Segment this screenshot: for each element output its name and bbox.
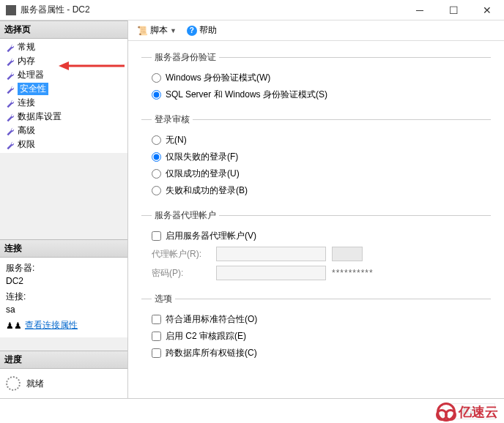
auth-mixed-label: SQL Server 和 Windows 身份验证模式(S) [166, 89, 327, 101]
enable-proxy-checkbox[interactable] [152, 231, 161, 241]
auth-mixed-radio[interactable] [152, 90, 161, 100]
wrench-icon [4, 112, 15, 122]
nav-label: 安全性 [18, 83, 48, 95]
proxy-browse-button [332, 247, 363, 261]
auth-windows-label: Windows 身份验证模式(W) [166, 72, 270, 84]
c2-audit-checkbox[interactable] [152, 332, 161, 341]
select-page-header: 选择页 [0, 20, 127, 39]
common-criteria-checkbox[interactable] [152, 315, 161, 324]
watermark-icon [437, 403, 456, 422]
audit-both-radio[interactable] [152, 186, 161, 195]
server-auth-group: 服务器身份验证 Windows 身份验证模式(W) SQL Server 和 W… [141, 51, 491, 106]
watermark: 亿速云 [434, 401, 501, 423]
nav-label: 处理器 [18, 69, 44, 81]
conn-value: sa [6, 304, 122, 315]
nav-general[interactable]: 常规 [0, 40, 127, 54]
page-list: 常规 内存 处理器 安全性 连接 数据库设置 高级 权限 [0, 39, 127, 153]
options-legend: 选项 [152, 293, 175, 305]
wrench-icon [4, 84, 15, 94]
progress-status: 就绪 [26, 378, 44, 390]
script-icon: 📜 [137, 26, 148, 36]
connection-header: 连接 [0, 239, 127, 258]
cross-db-checkbox[interactable] [152, 348, 161, 358]
watermark-text: 亿速云 [459, 403, 498, 421]
connection-info: 服务器: DC2 连接: sa ♟♟ 查看连接属性 [0, 258, 127, 337]
c2-audit-label: 启用 C2 审核跟踪(E) [166, 330, 246, 342]
nav-label: 数据库设置 [18, 111, 62, 123]
view-connection-properties-link[interactable]: 查看连接属性 [25, 319, 78, 332]
proxy-account-input [216, 247, 326, 261]
audit-none-label: 无(N) [166, 134, 187, 146]
nav-permissions[interactable]: 权限 [0, 138, 127, 151]
nav-label: 连接 [18, 97, 35, 109]
conn-label: 连接: [6, 291, 122, 303]
script-button[interactable]: 📜 脚本 ▼ [134, 23, 179, 38]
close-button[interactable]: ✕ [470, 0, 504, 20]
connection-icon: ♟♟ [6, 321, 22, 331]
server-auth-legend: 服务器身份验证 [152, 51, 219, 64]
audit-failed-label: 仅限失败的登录(F) [166, 151, 238, 163]
proxy-account-group: 服务器代理帐户 启用服务器代理帐户(V) 代理帐户(R): 密码(P): ***… [141, 209, 491, 285]
common-criteria-label: 符合通用标准符合性(O) [166, 313, 257, 326]
nav-label: 权限 [18, 138, 35, 151]
audit-both-label: 失败和成功的登录(B) [166, 184, 248, 197]
titlebar: 服务器属性 - DC2 ─ ☐ ✕ [0, 0, 504, 20]
audit-failed-radio[interactable] [152, 152, 161, 162]
help-icon: ? [187, 26, 197, 36]
login-audit-group: 登录审核 无(N) 仅限失败的登录(F) 仅限成功的登录(U) 失败和成功的登录… [141, 113, 491, 202]
login-audit-legend: 登录审核 [152, 113, 193, 126]
help-label: 帮助 [199, 24, 217, 37]
nav-memory[interactable]: 内存 [0, 54, 127, 68]
app-icon [6, 5, 16, 15]
maximize-button[interactable]: ☐ [437, 0, 470, 20]
proxy-password-input [216, 266, 326, 280]
server-value: DC2 [6, 276, 122, 286]
nav-processor[interactable]: 处理器 [0, 68, 127, 82]
wrench-icon [4, 70, 15, 81]
wrench-icon [4, 98, 15, 108]
progress-block: 就绪 [0, 369, 127, 398]
minimize-button[interactable]: ─ [403, 0, 437, 20]
audit-none-radio[interactable] [152, 135, 161, 145]
audit-success-label: 仅限成功的登录(U) [166, 168, 240, 180]
spinner-icon [6, 376, 21, 391]
proxy-password-label: 密码(P): [152, 267, 210, 280]
progress-header: 进度 [0, 351, 127, 369]
enable-proxy-label: 启用服务器代理帐户(V) [166, 230, 256, 242]
toolbar: 📜 脚本 ▼ ? 帮助 [128, 20, 504, 41]
nav-security[interactable]: 安全性 [0, 82, 127, 96]
nav-label: 常规 [18, 41, 35, 53]
nav-connections[interactable]: 连接 [0, 96, 127, 110]
content-area: 📜 脚本 ▼ ? 帮助 服务器身份验证 Windows 身份验证模式(W) SQ… [128, 20, 504, 398]
nav-database-settings[interactable]: 数据库设置 [0, 110, 127, 124]
cross-db-label: 跨数据库所有权链接(C) [166, 347, 257, 359]
server-label: 服务器: [6, 262, 122, 274]
nav-label: 高级 [18, 124, 35, 137]
script-label: 脚本 [150, 24, 168, 37]
chevron-down-icon: ▼ [170, 27, 177, 34]
wrench-icon [4, 42, 15, 53]
wrench-icon [4, 140, 15, 150]
help-button[interactable]: ? 帮助 [184, 23, 220, 38]
sidebar: 选择页 常规 内存 处理器 安全性 连接 数据库设置 高级 权限 连接 服务器:… [0, 20, 128, 398]
proxy-legend: 服务器代理帐户 [152, 209, 219, 222]
nav-advanced[interactable]: 高级 [0, 124, 127, 138]
password-mask: ********** [332, 268, 374, 278]
options-group: 选项 符合通用标准符合性(O) 启用 C2 审核跟踪(E) 跨数据库所有权链接(… [141, 293, 491, 364]
audit-success-radio[interactable] [152, 169, 161, 179]
bottom-bar: 确定 [0, 398, 504, 423]
proxy-account-label: 代理帐户(R): [152, 248, 210, 261]
wrench-icon [4, 126, 15, 136]
wrench-icon [4, 56, 15, 67]
window-buttons: ─ ☐ ✕ [403, 0, 504, 20]
auth-windows-radio[interactable] [152, 73, 161, 83]
window-title: 服务器属性 - DC2 [21, 4, 403, 16]
nav-label: 内存 [18, 55, 35, 67]
